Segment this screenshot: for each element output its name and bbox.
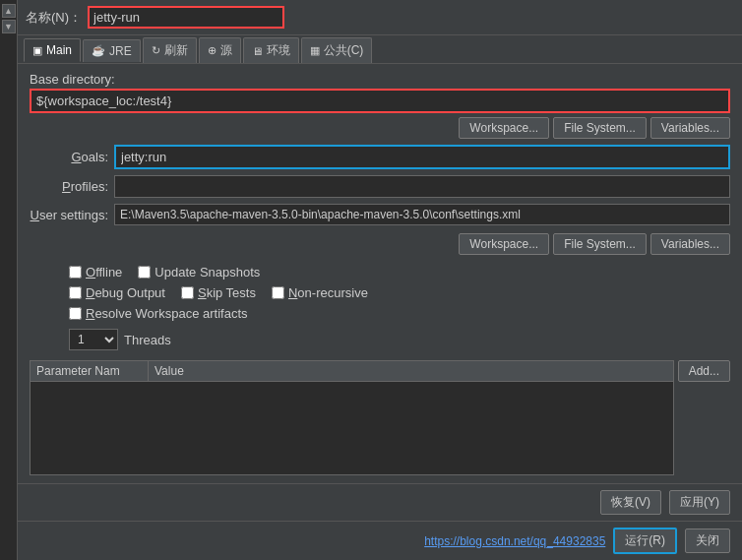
bottom-row: 恢复(V) 应用(Y) (18, 483, 742, 521)
threads-row: 1 2 4 8 Threads (30, 329, 730, 350)
debug-output-checkbox-item[interactable]: Debug Output (69, 285, 165, 300)
table-section: Parameter Nam Value Add... (30, 360, 730, 475)
tab-main-label: Main (46, 43, 72, 57)
add-param-btn[interactable]: Add... (678, 360, 730, 382)
sidebar-down-btn[interactable]: ▼ (2, 20, 16, 33)
user-settings-label-underline: U (31, 208, 39, 222)
name-input[interactable] (88, 6, 284, 29)
base-directory-section: Base directory: Workspace... File System… (30, 72, 730, 139)
url-link[interactable]: https://blog.csdn.net/qq_44932835 (424, 534, 605, 548)
non-recursive-label: Non-recursive (288, 285, 368, 300)
update-snapshots-checkbox-item[interactable]: Update Snapshots (138, 265, 260, 280)
update-snapshots-checkbox[interactable] (138, 266, 151, 279)
base-directory-input[interactable] (30, 89, 730, 113)
checkbox-row-2: Debug Output Skip Tests Non-recursive (69, 285, 730, 300)
goals-label-underline: G (71, 150, 81, 164)
user-settings-value: E:\Maven3.5\apache-maven-3.5.0-bin\apach… (114, 204, 730, 225)
tab-common-label: 公共(C) (324, 42, 364, 59)
user-settings-row: User settings: E:\Maven3.5\apache-maven-… (30, 204, 730, 225)
skip-tests-label: Skip Tests (198, 285, 256, 300)
main-panel: 名称(N)： ▣ Main ☕ JRE ↻ 刷新 ⊕ 源 🖥 环境 (18, 0, 742, 560)
tab-source-label: 源 (220, 42, 232, 59)
source-tab-icon: ⊕ (208, 44, 216, 57)
resolve-workspace-label: Resolve Workspace artifacts (86, 306, 248, 321)
tab-refresh-label: 刷新 (164, 42, 188, 59)
debug-output-checkbox[interactable] (69, 286, 82, 299)
tab-common[interactable]: ▦ 公共(C) (301, 37, 373, 63)
close-btn[interactable]: 关闭 (685, 529, 730, 553)
table-col-name: Parameter Nam (31, 361, 149, 381)
checkbox-row-3: Resolve Workspace artifacts (69, 306, 730, 321)
user-settings-variables-btn[interactable]: Variables... (650, 233, 730, 255)
checkboxes-section: Offline Update Snapshots Debug Output (30, 265, 730, 321)
refresh-tab-icon: ↻ (152, 44, 160, 57)
checkbox-row-1: Offline Update Snapshots (69, 265, 730, 280)
content-area: Base directory: Workspace... File System… (18, 64, 742, 483)
profiles-input[interactable] (114, 175, 730, 198)
very-bottom-row: https://blog.csdn.net/qq_44932835 运行(R) … (18, 521, 742, 560)
base-directory-label: Base directory: (30, 72, 730, 87)
name-label: 名称(N)： (26, 9, 82, 27)
goals-row: Goals: (30, 145, 730, 169)
skip-tests-checkbox[interactable] (181, 286, 194, 299)
table-header: Parameter Nam Value (31, 361, 673, 382)
offline-checkbox[interactable] (69, 266, 82, 279)
profiles-row: Profiles: (30, 175, 730, 198)
jre-tab-icon: ☕ (92, 44, 105, 57)
offline-label: Offline (86, 265, 122, 280)
goals-label: Goals: (30, 150, 108, 164)
base-dir-workspace-btn[interactable]: Workspace... (459, 117, 549, 139)
profiles-label: Profiles: (30, 179, 108, 194)
common-tab-icon: ▦ (310, 44, 320, 57)
tab-refresh[interactable]: ↻ 刷新 (143, 37, 197, 63)
param-table: Parameter Nam Value (30, 360, 674, 475)
base-dir-filesystem-btn[interactable]: File System... (553, 117, 647, 139)
name-row: 名称(N)： (18, 0, 742, 35)
user-settings-btn-row: Workspace... File System... Variables... (30, 233, 730, 255)
threads-select[interactable]: 1 2 4 8 (69, 329, 118, 350)
user-settings-workspace-btn[interactable]: Workspace... (459, 233, 549, 255)
tab-jre[interactable]: ☕ JRE (83, 39, 141, 62)
env-tab-icon: 🖥 (252, 45, 263, 57)
resolve-workspace-checkbox-item[interactable]: Resolve Workspace artifacts (69, 306, 248, 321)
tab-jre-label: JRE (109, 44, 132, 58)
skip-tests-checkbox-item[interactable]: Skip Tests (181, 285, 256, 300)
tabs-row: ▣ Main ☕ JRE ↻ 刷新 ⊕ 源 🖥 环境 ▦ 公共(C) (18, 35, 742, 64)
update-snapshots-label: Update Snapshots (155, 265, 260, 280)
user-settings-filesystem-btn[interactable]: File System... (553, 233, 647, 255)
profiles-label-underline: P (62, 179, 71, 194)
run-btn[interactable]: 运行(R) (613, 528, 677, 554)
non-recursive-checkbox-item[interactable]: Non-recursive (272, 285, 368, 300)
table-col-value: Value (149, 361, 673, 381)
left-sidebar: ▲ ▼ (0, 0, 18, 560)
tab-environment[interactable]: 🖥 环境 (243, 37, 299, 63)
resolve-workspace-checkbox[interactable] (69, 307, 82, 320)
tab-main[interactable]: ▣ Main (24, 38, 81, 62)
goals-input[interactable] (114, 145, 730, 169)
sidebar-up-btn[interactable]: ▲ (2, 4, 16, 18)
non-recursive-checkbox[interactable] (272, 286, 284, 299)
main-tab-icon: ▣ (32, 44, 42, 57)
threads-label: Threads (124, 333, 171, 347)
restore-btn[interactable]: 恢复(V) (600, 490, 661, 515)
offline-checkbox-item[interactable]: Offline (69, 265, 122, 280)
base-directory-btn-row: Workspace... File System... Variables... (30, 117, 730, 139)
tab-source[interactable]: ⊕ 源 (199, 37, 241, 63)
debug-output-label: Debug Output (86, 285, 165, 300)
user-settings-label: User settings: (30, 208, 108, 222)
base-dir-variables-btn[interactable]: Variables... (650, 117, 730, 139)
tab-env-label: 环境 (267, 42, 290, 59)
apply-btn[interactable]: 应用(Y) (669, 490, 730, 515)
